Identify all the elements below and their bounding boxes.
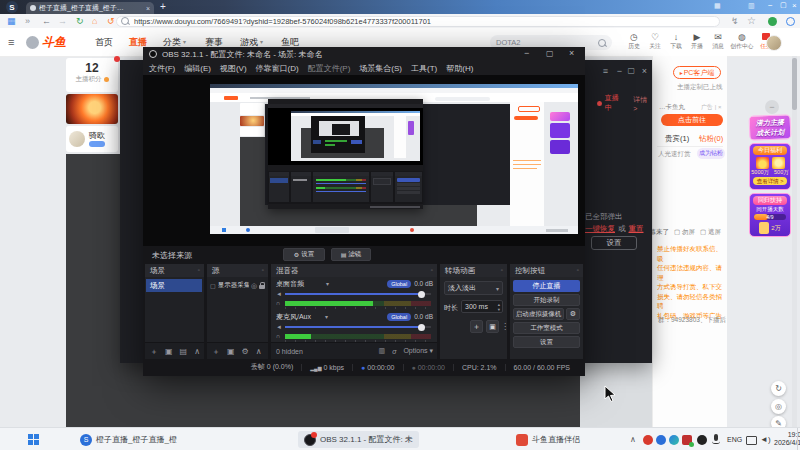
- menu-tools[interactable]: 工具(T): [411, 63, 437, 74]
- menu-docks[interactable]: 停靠窗口(D): [256, 63, 299, 74]
- taskbar-item-browser[interactable]: S 橙子直播_橙子直播_橙: [80, 432, 177, 447]
- transition-more-icon[interactable]: ⋮: [501, 322, 509, 331]
- toggle-cover[interactable]: ▢ 遮屏: [700, 228, 721, 237]
- mixer-options-button[interactable]: Options ▾: [403, 347, 433, 355]
- streamer-card[interactable]: 骑欧: [66, 126, 118, 152]
- tray-app-icon[interactable]: [697, 435, 707, 445]
- stop-streaming-button[interactable]: 停止直播: [513, 280, 580, 292]
- translate-icon[interactable]: ↺: [107, 14, 115, 28]
- sources-dock-title[interactable]: 源: [207, 264, 268, 277]
- hamburger-menu-icon[interactable]: ≡: [8, 36, 14, 48]
- info-icon[interactable]: [104, 77, 109, 82]
- ch1-config-caret-icon[interactable]: ▾: [326, 280, 329, 287]
- menu-file[interactable]: 文件(F): [149, 63, 175, 74]
- restore-link[interactable]: 一键恢复: [585, 224, 615, 234]
- menu-help[interactable]: 帮助(H): [446, 63, 473, 74]
- user-avatar[interactable]: [766, 35, 782, 51]
- tab-diamond-fans[interactable]: 钻粉(0): [699, 134, 723, 144]
- reset-link[interactable]: 重置: [629, 224, 644, 234]
- popup-settings-button[interactable]: 设置: [591, 236, 637, 250]
- ch2-config-caret-icon[interactable]: ▾: [325, 313, 328, 320]
- spin-arrows-icon[interactable]: ▴▾: [498, 302, 502, 312]
- dock-pin-icon[interactable]: ▫: [198, 267, 200, 273]
- flash-icon[interactable]: ↯: [731, 14, 739, 28]
- popup-maximize-button[interactable]: ▢: [627, 66, 635, 75]
- douyu-logo[interactable]: 斗鱼: [26, 34, 66, 51]
- follow-icon[interactable]: ♡关注: [645, 32, 665, 51]
- ch1-volume-slider[interactable]: ◄: [276, 290, 431, 298]
- window-minimize-button[interactable]: −: [768, 1, 773, 10]
- dock-pin-icon[interactable]: ▫: [501, 267, 503, 273]
- broadcast-icon[interactable]: ▶开播: [687, 32, 707, 51]
- promo-detail-button[interactable]: 查看详情 >: [753, 177, 787, 185]
- dock-pin-icon[interactable]: ▫: [262, 267, 264, 273]
- refresh-button[interactable]: ↻: [76, 14, 84, 28]
- headphone-icon[interactable]: ∩: [276, 333, 280, 339]
- dock-pin-icon[interactable]: ▫: [431, 267, 433, 273]
- transitions-dock-title[interactable]: 转场动画: [440, 264, 507, 277]
- page-scrollbar-track[interactable]: [792, 56, 797, 427]
- promo-daily-bonus[interactable]: 今日福利 5000万 500万 查看详情 >: [749, 143, 791, 190]
- popup-menu-icon[interactable]: ≡: [603, 66, 608, 76]
- scenes-dock-title[interactable]: 场景: [145, 264, 204, 277]
- remove-source-icon[interactable]: ▣: [227, 347, 235, 356]
- tray-edge-icon[interactable]: [669, 435, 679, 445]
- obs-settings-button[interactable]: 设置: [513, 336, 580, 348]
- browser-panel-icon[interactable]: ▦: [714, 2, 721, 10]
- tab-vip[interactable]: 贵宾(1): [665, 134, 689, 144]
- start-virtual-camera-button[interactable]: 启动虚拟摄像机: [513, 308, 564, 320]
- scene-up-icon[interactable]: ∧: [194, 347, 200, 356]
- ch2-slider-knob[interactable]: [418, 324, 425, 331]
- language-indicator[interactable]: ENG: [727, 436, 742, 443]
- menu-profile[interactable]: 配置文件(P): [308, 63, 351, 74]
- tray-sogou-icon[interactable]: [656, 435, 666, 445]
- browser-menu-icon[interactable]: ▥: [748, 2, 755, 10]
- remove-scene-icon[interactable]: ▣: [165, 347, 173, 356]
- forward-button[interactable]: →: [58, 14, 67, 28]
- tab-close-icon[interactable]: ×: [146, 5, 150, 12]
- taskbar-item-douyu[interactable]: 斗鱼直播伴侣: [516, 432, 580, 447]
- ch2-volume-slider[interactable]: ◄: [276, 323, 431, 331]
- scene-list-item[interactable]: 场景: [146, 279, 202, 292]
- microphone-icon[interactable]: [712, 434, 720, 444]
- duration-spinbox[interactable]: 300 ms ▴▾: [461, 300, 503, 313]
- add-source-icon[interactable]: ＋: [212, 346, 220, 357]
- new-tab-button[interactable]: +: [160, 1, 166, 12]
- source-filters-button[interactable]: ▤滤镜: [331, 248, 371, 261]
- promo-return-support[interactable]: 回归扶持 同开播天数 4/9 2万: [749, 193, 791, 237]
- dock-pin-icon[interactable]: ▫: [577, 267, 579, 273]
- live-detail-link[interactable]: 详情 >: [633, 95, 652, 112]
- obs-preview[interactable]: [143, 75, 585, 246]
- overflow-chevron-icon[interactable]: »: [25, 14, 30, 28]
- obs-maximize-button[interactable]: ▢: [546, 49, 554, 58]
- browser-tab[interactable]: 橙子直播_橙子直播_橙子… ×: [26, 2, 154, 14]
- popup-close-button[interactable]: ×: [642, 66, 647, 76]
- controls-dock-title[interactable]: 控制按钮: [510, 264, 583, 277]
- headphone-icon[interactable]: ∩: [276, 300, 280, 306]
- promo-growth-plan[interactable]: 潜力主播 成长计划: [749, 114, 792, 140]
- visibility-eye-icon[interactable]: ◎: [251, 282, 257, 290]
- duplicate-scene-icon[interactable]: ▤: [180, 347, 188, 356]
- tray-douyu-icon[interactable]: [643, 435, 653, 445]
- taskbar-item-obs[interactable]: OBS 32.1.1 - 配置文件: 未: [298, 431, 419, 448]
- mixer-dock-title[interactable]: 混音器: [271, 264, 437, 277]
- obs-minimize-button[interactable]: −: [524, 48, 529, 58]
- obs-close-button[interactable]: ×: [569, 48, 574, 58]
- refresh-fab-icon[interactable]: ↻: [771, 381, 786, 396]
- toggle-noblock[interactable]: ▢ 勿屏: [674, 228, 695, 237]
- transition-select[interactable]: 淡入淡出 ▾: [444, 281, 503, 295]
- add-scene-icon[interactable]: ＋: [150, 346, 158, 357]
- speaker-icon[interactable]: ◄): [760, 435, 771, 444]
- popup-minimize-button[interactable]: −: [617, 66, 622, 76]
- history-icon[interactable]: ◷历史: [624, 32, 644, 51]
- add-transition-icon[interactable]: ＋: [470, 320, 483, 333]
- pc-client-button[interactable]: ▸PC客户端: [673, 66, 721, 79]
- window-maximize-button[interactable]: ▢: [780, 1, 787, 9]
- tray-chevron-icon[interactable]: ∧: [630, 435, 636, 444]
- vertical-layout-icon[interactable]: ▥: [379, 347, 386, 355]
- tray-security-icon[interactable]: [682, 435, 692, 445]
- start-recording-button[interactable]: 开始录制: [513, 294, 580, 306]
- adblock-icon[interactable]: [768, 17, 777, 26]
- ch1-slider-knob[interactable]: [418, 291, 425, 298]
- menu-edit[interactable]: 编辑(E): [184, 63, 211, 74]
